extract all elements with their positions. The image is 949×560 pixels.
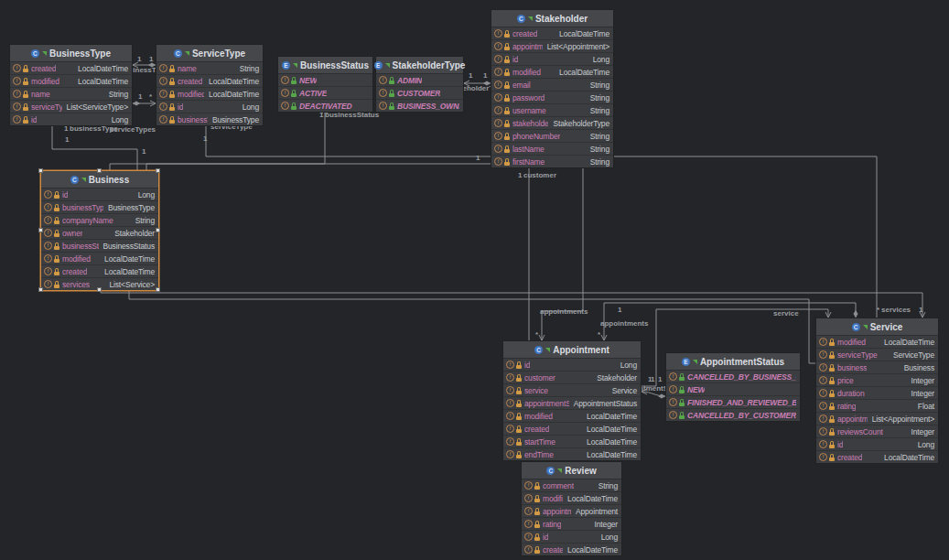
field-row[interactable]: fmodifiedLocalDateTime xyxy=(156,87,263,100)
class-header[interactable]: CBusiness xyxy=(41,171,158,188)
diagram-canvas[interactable]: 11BusinessType1*serviceTypes11businessTy… xyxy=(0,0,949,560)
field-row[interactable]: fcustomerStakeholder xyxy=(503,371,641,383)
field-row[interactable]: fbusinessTypeBusinessType xyxy=(41,200,158,213)
class-node-service[interactable]: CServicefmodifiedLocalDateTimefserviceTy… xyxy=(815,318,939,464)
relation-edge-business-owner[interactable] xyxy=(146,156,520,170)
field-row[interactable]: fnameString xyxy=(10,87,132,100)
class-header[interactable]: CService xyxy=(816,318,938,336)
field-row[interactable]: fpasswordString xyxy=(491,91,613,103)
private-lock-icon xyxy=(504,43,510,50)
class-node-review[interactable]: CReviewfcommentStringfmodifiedLocalDateT… xyxy=(521,461,622,556)
field-row[interactable]: fcommentString xyxy=(522,479,621,491)
field-row[interactable]: femailString xyxy=(491,78,613,91)
class-node-businesstype[interactable]: CBusinessTypefcreatedLocalDateTimefmodif… xyxy=(9,44,133,126)
public-static-icon xyxy=(291,77,297,84)
field-row[interactable]: fidLong xyxy=(503,359,641,371)
relation-edge-service-business[interactable] xyxy=(129,282,815,363)
field-row[interactable]: fbusinessTypeBusinessType xyxy=(156,113,263,125)
field-row[interactable]: fcreatedLocalDateTime xyxy=(522,543,621,555)
selection-handle[interactable] xyxy=(97,168,102,173)
field-row[interactable]: fappointmentStatusAppointmentStatus xyxy=(503,396,641,409)
field-type: LocalDateTime xyxy=(100,254,155,264)
field-row[interactable]: fnameString xyxy=(156,62,263,74)
field-row[interactable]: fbusinessBusiness xyxy=(816,361,938,373)
field-row[interactable]: fdurationInteger xyxy=(816,386,938,399)
field-row[interactable]: fendTimeLocalDateTime xyxy=(503,447,641,460)
selection-handle[interactable] xyxy=(156,287,160,292)
field-row[interactable]: fstakeholderTypeStakeholderType xyxy=(491,116,613,129)
selection-handle[interactable] xyxy=(38,168,43,173)
field-row[interactable]: fidLong xyxy=(41,188,158,200)
enum-constant-row[interactable]: fACTIVE xyxy=(278,86,372,99)
field-row[interactable]: fidLong xyxy=(156,100,263,113)
class-header[interactable]: CStakeholder xyxy=(491,10,613,27)
field-row[interactable]: flastNameString xyxy=(491,142,613,155)
field-row[interactable]: fcreatedLocalDateTime xyxy=(503,422,641,435)
field-row[interactable]: fmodifiedLocalDateTime xyxy=(522,491,621,504)
field-row[interactable]: fratingInteger xyxy=(522,517,621,530)
class-header[interactable]: CBusinessType xyxy=(10,45,132,62)
class-node-business[interactable]: CBusinessfidLongfbusinessTypeBusinessTyp… xyxy=(40,170,159,291)
class-header[interactable]: EAppointmentStatus xyxy=(666,353,800,371)
private-lock-icon xyxy=(23,116,28,124)
enum-constant-row[interactable]: fCUSTOMER xyxy=(376,86,463,99)
class-header[interactable]: CAppointment xyxy=(503,341,641,359)
field-row[interactable]: fstartTimeLocalDateTime xyxy=(503,435,641,447)
class-node-appointmentstatus[interactable]: EAppointmentStatusfCANCELLED_BY_BUSINESS… xyxy=(665,352,801,422)
field-row[interactable]: fappointmentsList<Appointment> xyxy=(491,39,613,52)
class-node-businessstatus[interactable]: EBusinessStatusfNEWfACTIVEfDEACTIVATED xyxy=(277,56,373,113)
selection-handle[interactable] xyxy=(38,287,43,292)
field-row[interactable]: fserviceTypeServiceType xyxy=(816,348,938,361)
field-row[interactable]: fappointmentAppointment xyxy=(522,504,621,517)
field-row[interactable]: fcreatedLocalDateTime xyxy=(816,450,938,463)
class-node-appointment[interactable]: CAppointmentfidLongfcustomerStakeholderf… xyxy=(502,340,642,461)
field-row[interactable]: fmodifiedLocalDateTime xyxy=(41,252,158,264)
field-row[interactable]: fcreatedLocalDateTime xyxy=(10,62,132,74)
class-node-stakeholder[interactable]: CStakeholderfcreatedLocalDateTimefappoin… xyxy=(491,9,614,168)
enum-constant-row[interactable]: fADMIN xyxy=(376,74,463,86)
field-row[interactable]: fusernameString xyxy=(491,103,613,116)
enum-constant-row[interactable]: fNEW xyxy=(666,382,800,395)
field-row[interactable]: fphoneNumberString xyxy=(491,129,613,142)
field-row[interactable]: fmodifiedLocalDateTime xyxy=(503,409,641,422)
field-row[interactable]: fpriceInteger xyxy=(816,373,938,386)
field-row[interactable]: fidLong xyxy=(10,113,132,125)
class-header[interactable]: EBusinessStatus xyxy=(278,57,372,74)
selection-handle[interactable] xyxy=(38,228,43,232)
field-row[interactable]: fidLong xyxy=(522,530,621,543)
field-row[interactable]: fmodifiedLocalDateTime xyxy=(816,336,938,348)
class-node-stakeholdertype[interactable]: EStakeholderTypefADMINfCUSTOMERfBUSINESS… xyxy=(375,56,464,113)
enum-constant-row[interactable]: fCANCELLED_BY_CUSTOMER xyxy=(666,408,800,421)
field-row[interactable]: fserviceService xyxy=(503,383,641,396)
field-row[interactable]: fappointmentsList<Appointment> xyxy=(816,412,938,425)
field-row[interactable]: fserviceTypesList<ServiceType> xyxy=(10,100,132,113)
enum-constant-row[interactable]: fCANCELLED_BY_BUSINESS_OWNER xyxy=(666,371,800,382)
field-row[interactable]: fmodifiedLocalDateTime xyxy=(10,74,132,87)
enum-constant-row[interactable]: fBUSINESS_OWNER xyxy=(376,99,463,112)
field-row[interactable]: fratingFloat xyxy=(816,399,938,412)
field-name: customer xyxy=(524,373,555,382)
field-row[interactable]: fcompanyNameString xyxy=(41,213,158,226)
class-header[interactable]: CReview xyxy=(522,462,621,479)
selection-handle[interactable] xyxy=(156,168,160,173)
field-row[interactable]: fownerStakeholder xyxy=(41,226,158,239)
class-header[interactable]: EStakeholderType xyxy=(376,57,463,74)
field-row[interactable]: freviewsCountInteger xyxy=(816,425,938,437)
field-row[interactable]: fcreatedLocalDateTime xyxy=(491,27,613,39)
field-type: Long xyxy=(107,115,128,124)
enum-constant-row[interactable]: fDEACTIVATED xyxy=(278,99,372,112)
field-row[interactable]: fbusinessStatusBusinessStatus xyxy=(41,239,158,252)
field-row[interactable]: fidLong xyxy=(816,437,938,450)
enum-constant-row[interactable]: fFINISHED_AND_REVIEWED_BY_USER xyxy=(666,395,800,408)
field-row[interactable]: fcreatedLocalDateTime xyxy=(41,264,158,277)
selection-handle[interactable] xyxy=(156,228,160,232)
selection-handle[interactable] xyxy=(97,287,102,292)
field-row[interactable]: ffirstNameString xyxy=(491,155,613,167)
field-row[interactable]: fmodifiedLocalDateTime xyxy=(491,65,613,78)
entity-mark-icon xyxy=(42,51,47,56)
class-header[interactable]: CServiceType xyxy=(156,45,263,62)
enum-constant-row[interactable]: fNEW xyxy=(278,74,372,86)
field-row[interactable]: fcreatedLocalDateTime xyxy=(156,74,263,87)
field-row[interactable]: fidLong xyxy=(491,52,613,65)
class-node-servicetype[interactable]: CServiceTypefnameStringfcreatedLocalDate… xyxy=(156,44,264,126)
